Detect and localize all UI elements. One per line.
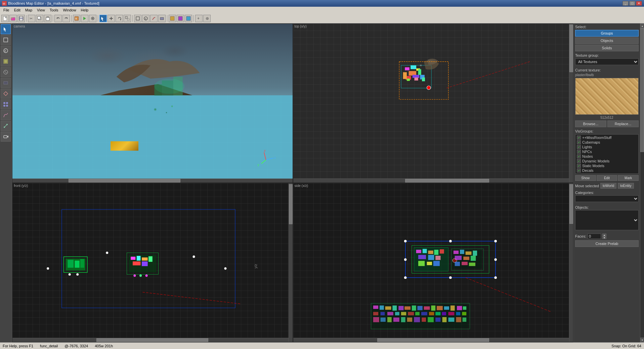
- tool-undo[interactable]: [54, 15, 62, 22]
- move-selected-section: Move selected toWorld toEntity: [575, 183, 639, 189]
- faces-down-btn[interactable]: ▼: [602, 236, 606, 239]
- svg-rect-25: [127, 18, 129, 20]
- show-button[interactable]: Show: [575, 175, 596, 181]
- right-panel-scrollbar: ▲ ▼: [640, 23, 644, 342]
- tool-decal[interactable]: [158, 15, 166, 22]
- objects-label: Objects:: [575, 205, 639, 209]
- tool-compile[interactable]: B: [73, 15, 80, 22]
- categories-select[interactable]: [575, 195, 639, 202]
- tool-face-lift[interactable]: [185, 15, 192, 22]
- sep4: [98, 15, 98, 22]
- tool-select-mode[interactable]: [99, 15, 107, 22]
- select-tool-btn[interactable]: [1, 24, 11, 34]
- tool-redo[interactable]: [62, 15, 70, 22]
- visgroup-lights[interactable]: ✓ Lights: [576, 145, 638, 149]
- select-groups-button[interactable]: Groups: [575, 30, 639, 37]
- menu-help[interactable]: Help: [79, 7, 91, 13]
- menu-tools[interactable]: Tools: [48, 7, 60, 13]
- scroll-up-arrow[interactable]: ▲: [640, 23, 644, 28]
- menu-map[interactable]: Map: [23, 7, 34, 13]
- faces-input[interactable]: [588, 234, 601, 239]
- entity-type: func_detail: [40, 344, 58, 348]
- vm-tool-btn[interactable]: [1, 89, 11, 99]
- block-tool-btn[interactable]: [1, 35, 11, 45]
- tool-cut[interactable]: ✂: [28, 15, 35, 22]
- svg-point-47: [6, 105, 8, 107]
- replace-texture-button[interactable]: Replace...: [607, 120, 639, 127]
- tool-override[interactable]: [177, 15, 184, 22]
- tool-open[interactable]: [9, 15, 17, 22]
- objects-section: Objects:: [575, 205, 639, 232]
- menu-window[interactable]: Window: [61, 7, 78, 13]
- top-hscroll[interactable]: [293, 179, 573, 183]
- svg-rect-8: [20, 19, 23, 20]
- camera-hscroll[interactable]: [12, 179, 293, 183]
- tool-rotate[interactable]: [116, 15, 123, 22]
- objects-select[interactable]: [575, 210, 639, 230]
- scroll-track[interactable]: [640, 28, 644, 338]
- camera-tool-btn[interactable]: [1, 132, 11, 142]
- texture-button-row: Browse... Replace...: [575, 120, 639, 127]
- visgroup-missroomstuff[interactable]: ✓ ++MissRoomStuff: [576, 135, 638, 140]
- tool-apply-texture[interactable]: [169, 15, 176, 22]
- path-tool-btn[interactable]: [1, 121, 11, 131]
- side-vscroll[interactable]: [569, 183, 573, 342]
- tool-copy[interactable]: [36, 15, 43, 22]
- tool-paint[interactable]: [150, 15, 158, 22]
- svg-rect-13: [46, 17, 49, 20]
- svg-rect-32: [186, 16, 190, 20]
- overlay-tool-btn[interactable]: [1, 67, 11, 77]
- front-grid: [12, 183, 293, 342]
- menu-file[interactable]: File: [1, 7, 11, 13]
- front-hscroll[interactable]: [12, 338, 293, 342]
- tool-block[interactable]: [134, 15, 141, 22]
- menu-view[interactable]: View: [35, 7, 47, 13]
- visgroup-dynamic-models[interactable]: ✓ Dynamic Models: [576, 159, 638, 163]
- faces-up-btn[interactable]: ▲: [602, 234, 606, 236]
- clip-tool-btn[interactable]: [1, 78, 11, 88]
- camera-viewport[interactable]: x z y camera: [12, 23, 293, 183]
- entity-tool-btn[interactable]: E: [1, 46, 11, 56]
- gold-box: [111, 141, 138, 151]
- maximize-button[interactable]: □: [629, 1, 635, 6]
- side-hscroll[interactable]: [293, 338, 573, 342]
- browse-texture-button[interactable]: Browse...: [575, 120, 606, 127]
- tool-scale[interactable]: [124, 15, 131, 22]
- side-viewport[interactable]: side (x/z): [293, 183, 574, 342]
- current-texture-section: Current texture: plaster/lbwlb 512x512 B…: [575, 68, 639, 127]
- minimize-button[interactable]: _: [622, 1, 629, 6]
- mark-button[interactable]: Mark: [618, 175, 639, 181]
- visgroup-decals[interactable]: ✓ Decals: [576, 168, 638, 173]
- tool-options[interactable]: [89, 15, 96, 22]
- close-button[interactable]: ✕: [636, 1, 642, 6]
- menu-edit[interactable]: Edit: [12, 7, 23, 13]
- tool-zoom-in[interactable]: +: [195, 15, 203, 22]
- tool-zoom-out[interactable]: ⊕: [203, 15, 211, 22]
- edit-visgroups-button[interactable]: Edit: [597, 175, 617, 181]
- tool-entity[interactable]: E: [142, 15, 149, 22]
- front-viewport[interactable]: y/z front (y/z): [12, 183, 293, 342]
- tool-new[interactable]: [1, 15, 9, 22]
- visgroup-static-models[interactable]: ✓ Static Models: [576, 163, 638, 168]
- faces-label: Faces:: [575, 234, 586, 238]
- to-world-button[interactable]: toWorld: [600, 183, 616, 189]
- visgroup-cubemaps[interactable]: ✓ Cubemaps: [576, 140, 638, 145]
- paint-tool-btn[interactable]: [1, 56, 11, 66]
- tool-save[interactable]: [17, 15, 25, 22]
- tool-translate[interactable]: [108, 15, 115, 22]
- morph-tool-btn[interactable]: [1, 99, 11, 109]
- texture-group-select[interactable]: All Textures: [575, 58, 639, 65]
- top-vscroll[interactable]: [569, 24, 573, 183]
- scroll-down-arrow[interactable]: ▼: [640, 338, 644, 342]
- select-objects-button[interactable]: Objects: [575, 37, 639, 44]
- to-entity-button[interactable]: toEntity: [618, 183, 634, 189]
- tool-paste[interactable]: [44, 15, 51, 22]
- create-prelab-button[interactable]: Create Prelab: [575, 240, 639, 247]
- front-vscroll[interactable]: [289, 183, 293, 342]
- sculpt-tool-btn[interactable]: [1, 110, 11, 120]
- select-solids-button[interactable]: Solids: [575, 45, 639, 51]
- top-viewport[interactable]: top (x/y): [293, 23, 574, 183]
- visgroup-npcs[interactable]: ✓ NPCs: [576, 149, 638, 154]
- tool-run[interactable]: [81, 15, 88, 22]
- visgroup-nodes[interactable]: ✓ Nodes: [576, 154, 638, 159]
